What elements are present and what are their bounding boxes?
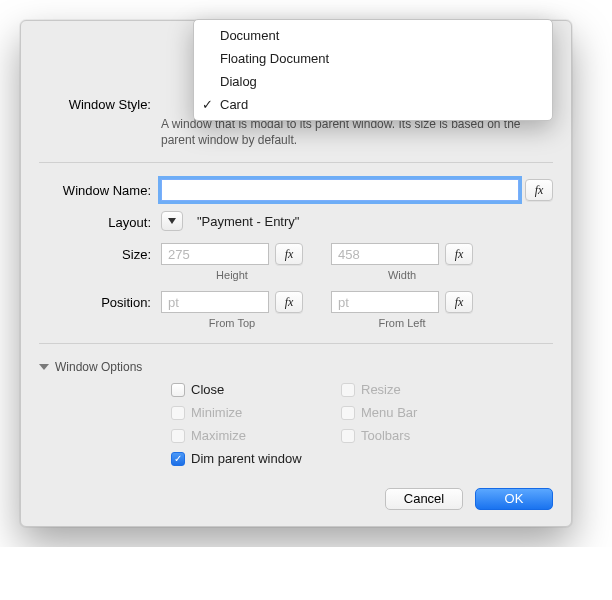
checkbox-label: Menu Bar: [361, 405, 417, 420]
width-sublabel: Width: [331, 269, 473, 281]
checkbox-icon: [341, 429, 355, 443]
popup-item-dialog[interactable]: Dialog: [194, 70, 552, 93]
position-label: Position:: [39, 291, 161, 310]
checkbox-label: Close: [191, 382, 224, 397]
checkbox-label: Minimize: [191, 405, 242, 420]
popup-item-label: Document: [220, 28, 279, 43]
cancel-button[interactable]: Cancel: [385, 488, 463, 510]
fx-button-name[interactable]: fx: [525, 179, 553, 201]
from-top-sublabel: From Top: [161, 317, 303, 329]
checkbox-icon: [341, 383, 355, 397]
checkbox-label: Resize: [361, 382, 401, 397]
divider: [39, 162, 553, 163]
checkbox-icon: [171, 429, 185, 443]
disclosure-triangle-icon: [39, 364, 49, 370]
checkbox-icon: [341, 406, 355, 420]
window-name-input[interactable]: [161, 179, 519, 201]
from-top-input[interactable]: [161, 291, 269, 313]
window-options-label: Window Options: [55, 360, 142, 374]
window-options-header[interactable]: Window Options: [39, 360, 553, 374]
checkbox-icon: [171, 406, 185, 420]
chevron-down-icon: [168, 218, 176, 224]
layout-value: "Payment - Entry": [197, 214, 299, 229]
checkmark-icon: ✓: [202, 95, 213, 114]
checkbox-menubar: Menu Bar: [341, 405, 511, 420]
size-label: Size:: [39, 243, 161, 262]
checkbox-close[interactable]: Close: [171, 382, 341, 397]
checkbox-label: Maximize: [191, 428, 246, 443]
popup-item-floating-document[interactable]: Floating Document: [194, 47, 552, 70]
fx-button-width[interactable]: fx: [445, 243, 473, 265]
checkbox-maximize: Maximize: [171, 428, 341, 443]
checkbox-label: Toolbars: [361, 428, 410, 443]
width-input[interactable]: [331, 243, 439, 265]
from-left-sublabel: From Left: [331, 317, 473, 329]
window-style-label: Window Style:: [39, 93, 161, 112]
checkbox-dim-parent[interactable]: ✓ Dim parent window: [171, 451, 511, 466]
fx-button-height[interactable]: fx: [275, 243, 303, 265]
checkbox-icon: ✓: [171, 452, 185, 466]
checkbox-label: Dim parent window: [191, 451, 302, 466]
checkbox-minimize: Minimize: [171, 405, 341, 420]
checkmark-icon: ✓: [174, 453, 182, 464]
popup-item-card[interactable]: ✓ Card: [194, 93, 552, 116]
checkbox-toolbars: Toolbars: [341, 428, 511, 443]
fx-button-top[interactable]: fx: [275, 291, 303, 313]
fx-button-left[interactable]: fx: [445, 291, 473, 313]
window-name-label: Window Name:: [39, 179, 161, 198]
layout-label: Layout:: [39, 211, 161, 230]
divider: [39, 343, 553, 344]
height-sublabel: Height: [161, 269, 303, 281]
checkbox-icon: [171, 383, 185, 397]
popup-item-document[interactable]: Document: [194, 24, 552, 47]
dialog-button-row: Cancel OK: [39, 488, 553, 510]
dialog-window: Document Floating Document Dialog ✓ Card…: [20, 20, 572, 527]
window-options-grid: Close Resize Minimize Menu Bar Maximize …: [171, 382, 553, 466]
checkbox-resize: Resize: [341, 382, 511, 397]
from-left-input[interactable]: [331, 291, 439, 313]
popup-item-label: Floating Document: [220, 51, 329, 66]
window-style-popup[interactable]: Document Floating Document Dialog ✓ Card: [193, 19, 553, 121]
ok-button[interactable]: OK: [475, 488, 553, 510]
height-input[interactable]: [161, 243, 269, 265]
popup-item-label: Card: [220, 97, 248, 112]
layout-select[interactable]: [161, 211, 183, 231]
popup-item-label: Dialog: [220, 74, 257, 89]
